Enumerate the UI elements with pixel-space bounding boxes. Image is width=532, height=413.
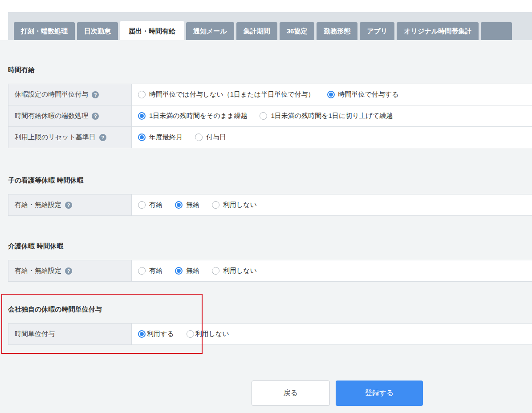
row-label: 時間単位付与 [15,330,55,338]
tab-work-pattern[interactable]: 勤務形態 [317,22,357,40]
row-label-cell: 有給・無給設定? [8,260,132,281]
tab-notification-mail[interactable]: 通知メール [186,22,234,40]
radio-option[interactable]: 有給 [138,201,162,209]
radio-option-label: 利用しない [195,330,229,338]
table-row: 時間単位付与利用する利用しない [8,324,532,345]
radio-button[interactable] [138,91,146,98]
section-company-original-leave: 会社独自の休暇の時間単位付与時間単位付与利用する利用しない [8,305,532,345]
help-icon[interactable]: ? [65,202,72,209]
radio-button-selected[interactable] [138,134,146,141]
tab-app[interactable]: アプリ [360,22,394,40]
settings-content: 時間有給休暇設定の時間単位付与?時間単位では付与しない（1日または半日単位で付与… [0,40,532,413]
radio-option-label: 1日未満の残時間をそのまま繰越 [149,112,247,120]
radio-option[interactable]: 付与日 [195,133,226,142]
radio-button-selected[interactable] [175,201,183,209]
row-label-cell: 時間単位付与 [8,324,132,344]
help-icon[interactable]: ? [92,91,99,98]
tab-aggregation-period[interactable]: 集計期間 [236,22,277,40]
row-label: 休暇設定の時間単位付与 [15,90,88,99]
footer-actions: 戻る 登録する [252,381,532,406]
row-value-cell: 利用する利用しない [132,324,532,344]
radio-option[interactable]: 時間単位では付与しない（1日または半日単位で付与） [138,90,315,99]
radio-option[interactable]: 有給 [138,267,162,275]
tab-application-hourly-leave[interactable]: 届出・時間有給 [120,21,184,40]
row-value-cell: 1日未満の残時間をそのまま繰越1日未満の残時間を1日に切り上げて繰越 [132,105,532,126]
section-title: 子の看護等休暇 時間休暇 [8,176,532,185]
radio-option[interactable]: 1日未満の残時間を1日に切り上げて繰越 [260,112,393,120]
radio-option[interactable]: 無給 [175,201,199,209]
help-icon[interactable]: ? [99,134,106,141]
tab-partial[interactable] [481,22,512,40]
table-row: 有給・無給設定?有給無給利用しない [8,194,532,216]
radio-button[interactable] [212,267,219,275]
help-icon[interactable]: ? [65,267,72,275]
tab-label: 集計期間 [244,27,270,35]
settings-table: 休暇設定の時間単位付与?時間単位では付与しない（1日または半日単位で付与）時間単… [8,84,532,148]
section-hourly-paid-leave: 時間有給休暇設定の時間単位付与?時間単位では付与しない（1日または半日単位で付与… [8,65,532,148]
tab-label: 通知メール [193,27,227,35]
tab-label: アプリ [367,27,387,35]
radio-button-selected[interactable] [327,91,335,98]
row-value-cell: 年度最終月付与日 [132,127,532,148]
radio-option[interactable]: 時間単位で付与する [327,90,399,99]
back-button[interactable]: 戻る [252,381,330,406]
radio-button[interactable] [138,267,146,275]
radio-button[interactable] [138,201,146,209]
radio-option-label: 有給 [149,267,162,275]
help-icon[interactable]: ? [92,113,99,120]
row-label-cell: 時間有給休暇の端数処理? [8,105,132,126]
radio-option[interactable]: 1日未満の残時間をそのまま繰越 [138,112,247,120]
top-bar [0,0,532,12]
radio-button-selected[interactable] [138,330,146,338]
radio-button[interactable] [260,112,267,120]
radio-option[interactable]: 無給 [175,267,199,275]
radio-option-label: 時間単位では付与しない（1日または半日単位で付与） [149,90,315,99]
radio-option-label: 無給 [186,201,199,209]
row-label: 時間有給休暇の端数処理 [15,112,88,120]
section-child-nursing-leave: 子の看護等休暇 時間休暇有給・無給設定?有給無給利用しない [8,176,532,216]
tab-original-timezone-aggregation[interactable]: オリジナル時間帯集計 [397,22,479,40]
tab-label: 届出・時間有給 [129,27,175,35]
radio-option-label: 有給 [149,201,162,209]
radio-button-selected[interactable] [175,267,183,275]
radio-option-label: 1日未満の残時間を1日に切り上げて繰越 [271,112,393,120]
radio-option-label: 利用しない [223,201,257,209]
section-title: 介護休暇 時間休暇 [8,242,532,251]
tab-gutter [0,12,8,40]
radio-option-label: 利用しない [223,267,257,275]
tab-daily-attendance[interactable]: 日次勤怠 [77,22,118,40]
settings-tab-bar: 打刻・端数処理日次勤怠届出・時間有給通知メール集計期間36協定勤務形態アプリオリ… [8,12,532,40]
row-value-cell: 有給無給利用しない [132,260,532,281]
row-value-cell: 時間単位では付与しない（1日または半日単位で付与）時間単位で付与する [132,84,532,105]
settings-table: 有給・無給設定?有給無給利用しない [8,194,532,216]
radio-option-label: 付与日 [206,133,226,142]
radio-option[interactable]: 利用しない [212,201,257,209]
tab-36-agreement[interactable]: 36協定 [280,22,315,40]
row-label: 有給・無給設定 [15,267,61,275]
radio-button-selected[interactable] [138,112,146,120]
radio-option[interactable]: 年度最終月 [138,133,183,142]
tab-stamping-rounding[interactable]: 打刻・端数処理 [14,22,75,40]
tab-label: 打刻・端数処理 [21,27,68,35]
row-label-cell: 利用上限のリセット基準日? [8,127,132,148]
row-label: 有給・無給設定 [15,201,61,209]
radio-option[interactable]: 利用する [138,330,174,338]
radio-option-label: 無給 [186,267,199,275]
radio-button[interactable] [212,201,219,209]
radio-button[interactable] [195,134,203,141]
radio-button[interactable] [187,330,194,338]
row-label: 利用上限のリセット基準日 [15,133,96,142]
row-label-cell: 休暇設定の時間単位付与? [8,84,132,105]
table-row: 時間有給休暇の端数処理?1日未満の残時間をそのまま繰越1日未満の残時間を1日に切… [8,105,532,127]
section-title: 時間有給 [8,65,532,74]
tab-label: オリジナル時間帯集計 [404,27,471,35]
table-row: 利用上限のリセット基準日?年度最終月付与日 [8,127,532,148]
radio-option-label: 年度最終月 [149,133,183,142]
tab-label: 36協定 [287,27,308,35]
submit-button[interactable]: 登録する [336,381,423,406]
radio-option-label: 利用する [147,330,174,338]
radio-option[interactable]: 利用しない [187,330,229,338]
radio-option[interactable]: 利用しない [212,267,257,275]
settings-sections: 時間有給休暇設定の時間単位付与?時間単位では付与しない（1日または半日単位で付与… [8,65,532,345]
tab-label: 日次勤怠 [84,27,111,35]
